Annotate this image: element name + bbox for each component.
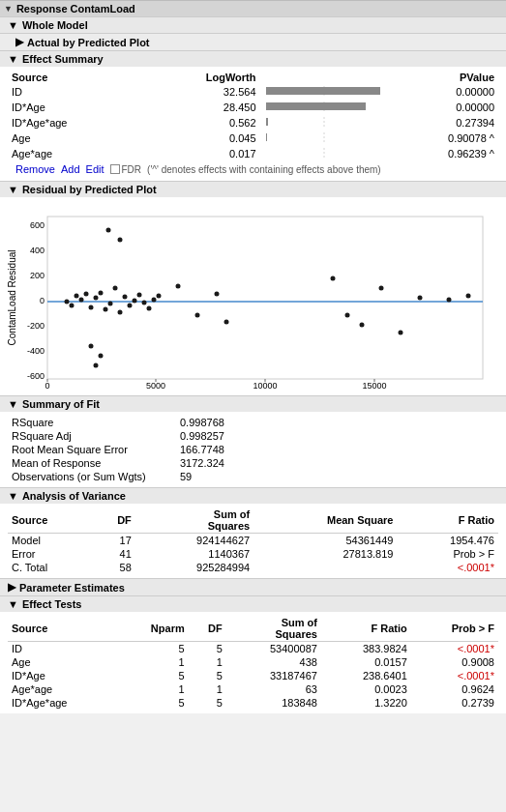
- svg-point-56: [331, 276, 336, 281]
- svg-point-38: [118, 310, 123, 315]
- table-row: ID*Age*age 5 5 183848 1.3220 0.2739: [8, 696, 498, 710]
- svg-rect-1: [266, 87, 380, 95]
- svg-text:-200: -200: [27, 321, 45, 331]
- anova-header: ▼ Analysis of Variance: [0, 487, 506, 504]
- et-source-ageage: Age*age: [8, 682, 117, 696]
- effect-summary-links: Remove Add Edit FDR ('^' denotes effects…: [8, 161, 498, 177]
- whole-model-collapse-icon[interactable]: ▼: [8, 19, 18, 31]
- anova-df-model: 17: [93, 534, 135, 548]
- et-df-age: 1: [189, 655, 226, 669]
- et-nparm-age: 1: [117, 655, 189, 669]
- anova-source-model: Model: [8, 534, 93, 548]
- svg-point-45: [152, 298, 157, 303]
- svg-text:-400: -400: [27, 346, 45, 356]
- svg-point-46: [157, 294, 162, 299]
- svg-point-33: [94, 296, 99, 301]
- et-ss-idageage: 183848: [226, 696, 321, 710]
- effect-tests-content: Source Nparm DF Sum ofSquares F Ratio Pr…: [0, 612, 506, 713]
- svg-point-63: [466, 294, 471, 299]
- effect-tests-header: ▼ Effect Tests: [0, 595, 506, 612]
- et-col-ss: Sum ofSquares: [226, 616, 321, 642]
- anova-source-error: Error: [8, 547, 93, 561]
- add-link[interactable]: Add: [61, 163, 80, 175]
- effect-tests-icon[interactable]: ▼: [8, 598, 18, 610]
- svg-point-53: [195, 313, 200, 318]
- logworth-idage: 28.450: [139, 100, 259, 115]
- param-estimates-icon: ▶: [8, 581, 15, 594]
- source-age: Age: [8, 130, 139, 146]
- svg-point-52: [176, 284, 181, 289]
- bar-idageage: [260, 115, 386, 130]
- summary-fit-header: ▼ Summary of Fit: [0, 395, 506, 412]
- bar-id: [260, 84, 386, 100]
- anova-ss-ctotal: 925284994: [135, 561, 253, 574]
- effect-tests-label: Effect Tests: [22, 598, 82, 610]
- rsquare-label: RSquare: [8, 416, 172, 429]
- observations-value: 59: [172, 470, 498, 483]
- anova-icon[interactable]: ▼: [8, 490, 18, 502]
- effect-tests-table: Source Nparm DF Sum ofSquares F Ratio Pr…: [8, 616, 498, 710]
- residual-plot-area: ContamLoad Residual 600 400 200 0 -200 -…: [0, 197, 506, 395]
- svg-point-60: [399, 331, 403, 335]
- anova-ms-error: 27813.819: [253, 547, 397, 561]
- actual-predicted-header[interactable]: ▶ Actual by Predicted Plot: [0, 33, 506, 50]
- source-idageage: ID*Age*age: [8, 115, 139, 130]
- rmse-label: Root Mean Square Error: [8, 443, 172, 456]
- table-row: ID*Age 28.450 0.00000: [8, 100, 498, 115]
- et-prob-idage: <.0001*: [411, 669, 498, 682]
- remove-link[interactable]: Remove: [15, 163, 55, 175]
- actual-predicted-label: Actual by Predicted Plot: [27, 37, 150, 48]
- et-fratio-idageage: 1.3220: [321, 696, 411, 710]
- et-fratio-idage: 238.6401: [321, 669, 411, 682]
- effect-summary-label: Effect Summary: [22, 53, 104, 65]
- actual-predicted-icon: ▶: [15, 36, 23, 48]
- svg-point-43: [142, 301, 147, 305]
- table-row: Model 17 924144627 54361449 1954.476: [8, 534, 498, 548]
- summary-fit-table: RSquare 0.998768 RSquare Adj 0.998257 Ro…: [8, 416, 498, 483]
- effect-summary-icon[interactable]: ▼: [8, 53, 18, 65]
- source-ageage: Age*age: [8, 146, 139, 161]
- et-ss-id: 53400087: [226, 642, 321, 656]
- svg-point-58: [360, 323, 365, 328]
- table-row: Age 0.045 0.90078 ^: [8, 130, 498, 146]
- residual-plot-svg: ContamLoad Residual 600 400 200 0 -200 -…: [4, 201, 494, 390]
- fdr-note: ('^' denotes effects with containing eff…: [147, 164, 381, 175]
- et-ss-ageage: 63: [226, 682, 321, 696]
- param-estimates-label: Parameter Estimates: [19, 582, 125, 594]
- col-pvalue: PValue: [386, 71, 498, 84]
- anova-ss-error: 1140367: [135, 547, 253, 561]
- svg-point-37: [113, 286, 118, 291]
- svg-rect-7: [266, 133, 267, 141]
- summary-fit-icon[interactable]: ▼: [8, 398, 18, 410]
- fdr-label: FDR: [122, 164, 142, 175]
- rsquare-adj-value: 0.998257: [172, 429, 498, 443]
- table-row: ID 32.564 0.00000: [8, 84, 498, 100]
- et-prob-age: 0.9008: [411, 655, 498, 669]
- et-nparm-idage: 5: [117, 669, 189, 682]
- bar-idage: [260, 100, 386, 115]
- svg-point-29: [74, 294, 79, 299]
- table-row: ID 5 5 53400087 383.9824 <.0001*: [8, 642, 498, 656]
- col-logworth: LogWorth: [139, 71, 259, 84]
- pvalue-age: 0.90078 ^: [386, 130, 498, 146]
- rsquare-value: 0.998768: [172, 416, 498, 429]
- param-estimates-header[interactable]: ▶ Parameter Estimates: [0, 578, 506, 595]
- et-source-idage: ID*Age: [8, 669, 117, 682]
- collapse-icon[interactable]: ▼: [4, 4, 13, 14]
- table-row: Mean of Response 3172.324: [8, 456, 498, 470]
- et-prob-ageage: 0.9624: [411, 682, 498, 696]
- svg-text:-600: -600: [27, 371, 45, 381]
- fdr-checkbox[interactable]: [110, 164, 120, 174]
- table-row: Root Mean Square Error 166.7748: [8, 443, 498, 456]
- edit-link[interactable]: Edit: [86, 163, 104, 175]
- svg-point-35: [104, 307, 108, 312]
- checkbox-fdr[interactable]: FDR: [110, 164, 142, 175]
- logworth-id: 32.564: [139, 84, 259, 100]
- mean-response-label: Mean of Response: [8, 456, 172, 470]
- col-bar: [260, 71, 386, 84]
- anova-col-fratio: F Ratio: [397, 508, 498, 534]
- svg-point-28: [70, 304, 74, 308]
- et-col-prob: Prob > F: [411, 616, 498, 642]
- residual-icon[interactable]: ▼: [8, 184, 18, 195]
- svg-point-39: [123, 295, 128, 300]
